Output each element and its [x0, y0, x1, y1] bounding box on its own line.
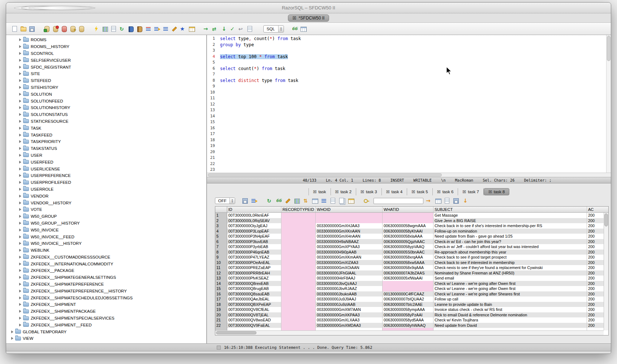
- execute-sql-icon[interactable]: [93, 26, 100, 32]
- result-tab-task-2[interactable]: ☒task 2: [331, 188, 357, 195]
- tree-item-userfeed[interactable]: USERFEED: [6, 159, 206, 165]
- tree-item-zkfedex__shipmatescheduledjobssettings[interactable]: ZKFEDEX__SHIPMATESCHEDULEDJOBSSETTINGS: [6, 294, 206, 301]
- cell[interactable]: 200: [587, 276, 603, 281]
- tree-item-taskpriority[interactable]: TASKPRIORITY: [6, 138, 206, 145]
- expand-triangle-icon[interactable]: [19, 229, 21, 231]
- column-header-id[interactable]: ID: [227, 207, 281, 212]
- import-table-icon[interactable]: [43, 26, 50, 32]
- tree-item-sitefeed[interactable]: SITEFEED: [6, 77, 206, 84]
- table-row[interactable]: 300T3000000OiyJgEAJ0033000000GmXHJAA3006…: [215, 223, 604, 229]
- cell[interactable]: 0033000000GmXLXAA3: [316, 317, 383, 323]
- cell[interactable]: Get Massage: [433, 213, 587, 218]
- save-file-icon[interactable]: [29, 26, 35, 32]
- cell[interactable]: 006300000058yhWAAQ: [383, 323, 433, 328]
- table-row[interactable]: 400T3000000P3LopEAF0033000000GmXKnAAN006…: [215, 229, 604, 234]
- cell[interactable]: 00T3000000P3LopEAF: [227, 229, 281, 234]
- help-book-icon[interactable]: [136, 26, 143, 32]
- column-header-whatid[interactable]: WHATID: [383, 207, 433, 212]
- expand-triangle-icon[interactable]: [19, 215, 21, 218]
- tree-item-vendor__history[interactable]: VENDOR__HISTORY: [6, 199, 206, 206]
- cell[interactable]: Send email: [433, 276, 587, 281]
- expand-triangle-icon[interactable]: [19, 120, 21, 123]
- column-header-subject[interactable]: SUBJECT: [433, 207, 587, 212]
- table-row[interactable]: 600T3000000P3tuvEAB0033000000H9aNBAAZ006…: [215, 239, 604, 244]
- cell[interactable]: 200: [587, 239, 603, 244]
- format-sql-icon[interactable]: [162, 26, 169, 32]
- table-row[interactable]: 800T3000000P46qnEAB0033000000H9i0pAAB006…: [215, 250, 604, 255]
- expand-triangle-icon[interactable]: [19, 113, 21, 116]
- expand-triangle-icon[interactable]: [19, 296, 21, 299]
- generate-script-icon[interactable]: [444, 198, 450, 204]
- cell[interactable]: Follow-up on nomination: [433, 229, 587, 234]
- cell[interactable]: 00T3000000P46qnEAB: [227, 250, 281, 255]
- row-number-cell[interactable]: 16: [215, 291, 227, 297]
- table-vscrollbar-thumb[interactable]: [604, 213, 608, 226]
- cell[interactable]: 00T3000000QV8TjEAL: [227, 312, 281, 318]
- cell[interactable]: 0033000000GmXKmAAN: [316, 255, 383, 260]
- cell[interactable]: 00T3000000QV9FaEAL: [227, 323, 281, 328]
- cell[interactable]: 006300000058x9qAAA: [383, 265, 433, 270]
- cell[interactable]: [281, 234, 316, 239]
- table-row[interactable]: 2000T3000000QV8TjEAL0033000000GmXKPAA300…: [215, 312, 604, 318]
- row-number-header[interactable]: [215, 207, 227, 212]
- cell[interactable]: 0033000000GmXOiAAN: [316, 265, 383, 270]
- expand-triangle-icon[interactable]: [19, 100, 21, 103]
- cell[interactable]: 00630000007A3bZAAS: [383, 270, 433, 276]
- cell[interactable]: [316, 213, 383, 218]
- cell[interactable]: [281, 291, 316, 297]
- refresh-icon[interactable]: [119, 26, 126, 32]
- find-next-icon[interactable]: [426, 198, 432, 204]
- row-number-cell[interactable]: 2: [215, 218, 227, 224]
- cell[interactable]: 00T3000000PfvKSEAZ: [227, 276, 281, 281]
- cell[interactable]: Check w/ Leanne - we're going after Owen…: [433, 286, 587, 291]
- tree-item-vote[interactable]: VOTE: [6, 206, 206, 213]
- tab-close-icon[interactable]: ☒: [293, 16, 297, 20]
- expand-triangle-icon[interactable]: [19, 174, 21, 177]
- cell[interactable]: Check-in w/ Jeff - couldn't afford last …: [433, 244, 587, 250]
- cell[interactable]: Leanne to provide update to Bain: [433, 302, 587, 307]
- cell[interactable]: [281, 265, 316, 270]
- table-row[interactable]: 200T3000000L0RqSEAVGive Jenn a BIG RAISE…: [215, 218, 604, 224]
- expand-triangle-icon[interactable]: [19, 208, 21, 211]
- expand-triangle-icon[interactable]: [19, 256, 21, 259]
- tab-close-icon[interactable]: ☒: [361, 190, 364, 194]
- tree-item-zkfedex__shipmatepreference[interactable]: ZKFEDEX__SHIPMATEPREFERENCE: [6, 281, 206, 288]
- table-row[interactable]: 1000T3000000POeAnEAL0033000000GmXIZAA300…: [215, 260, 604, 265]
- new-file-icon[interactable]: [11, 26, 18, 32]
- cell[interactable]: [316, 218, 383, 224]
- rollback-icon[interactable]: [238, 26, 245, 32]
- connections-icon[interactable]: [291, 26, 298, 32]
- tree-item-userprofilefeed[interactable]: USERPROFILEFEED: [6, 179, 206, 186]
- cell[interactable]: Check back to see if interested in membe…: [433, 260, 587, 265]
- tree-item-vendor[interactable]: VENDOR: [6, 192, 206, 199]
- expand-triangle-icon[interactable]: [19, 86, 21, 89]
- cell[interactable]: 00630000007bIc2AAE: [383, 302, 433, 307]
- table-row[interactable]: 500T3000000P3N4pEAF0033000000GmXHnAAN006…: [215, 234, 604, 239]
- alter-table-icon[interactable]: [52, 26, 59, 32]
- cell[interactable]: Need update from David: [433, 323, 587, 328]
- cell[interactable]: 0033000000GmXHnAAN: [316, 234, 383, 239]
- expand-triangle-icon[interactable]: [19, 52, 21, 55]
- table-hscrollbar[interactable]: [215, 330, 604, 335]
- row-number-cell[interactable]: 3: [215, 223, 227, 229]
- cell[interactable]: 006300000058ympAAA: [383, 307, 433, 312]
- editor-vscrollbar[interactable]: [606, 35, 611, 173]
- table-row[interactable]: 1500T3000000Q8rugEAB0033000000JbvRJAAZCh…: [215, 286, 604, 291]
- copy-rows-icon[interactable]: [338, 198, 345, 204]
- cell[interactable]: 0013000000C4fFCAAZ: [383, 291, 433, 297]
- tab-close-icon[interactable]: ☒: [488, 190, 492, 194]
- tree-item-zkfedex__shipment__feed[interactable]: ZKFEDEX__SHIPMENT__FEED: [6, 321, 206, 328]
- row-number-cell[interactable]: 17: [215, 296, 227, 302]
- cell[interactable]: 0033000000JbvQzAAJ: [316, 281, 383, 286]
- cell[interactable]: 00T3000000OiyJgEAJ: [227, 223, 281, 229]
- cell[interactable]: [281, 323, 316, 328]
- cell[interactable]: 00630000005xfWaAAI: [383, 276, 433, 281]
- row-number-cell[interactable]: 15: [215, 286, 227, 291]
- sort-columns-icon[interactable]: [302, 198, 309, 204]
- cell[interactable]: 006300000058xlaAAA: [383, 234, 433, 239]
- column-header-whoid[interactable]: WHOID: [316, 207, 383, 212]
- cell[interactable]: [281, 317, 316, 323]
- tree-item-scontrol[interactable]: SCONTROL: [6, 50, 206, 57]
- expand-triangle-icon[interactable]: [19, 72, 21, 75]
- cell[interactable]: 00T3000000P3yrbEAB: [227, 244, 281, 250]
